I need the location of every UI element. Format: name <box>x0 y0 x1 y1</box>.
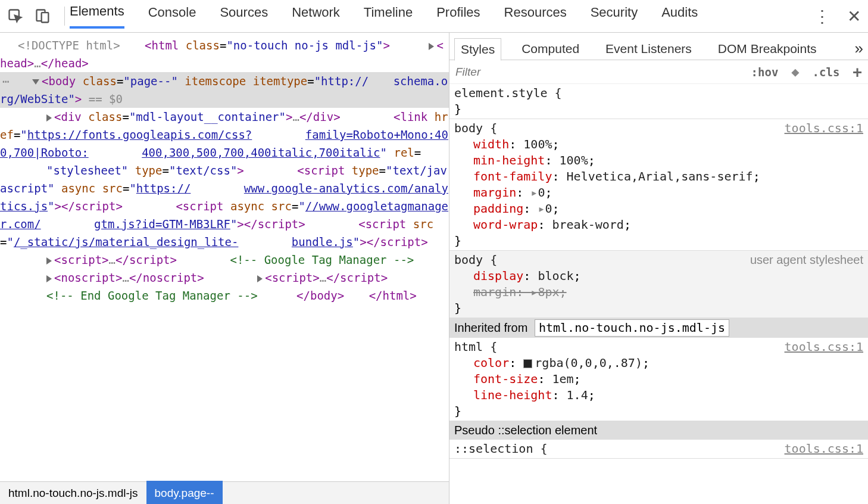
html-open-node[interactable]: <html class="no-touch no-js mdl-js"> <box>127 39 390 52</box>
expand-icon[interactable] <box>46 275 52 282</box>
rule-body[interactable]: body {tools.css:1 width: 100%; min-heigh… <box>449 119 868 251</box>
doctype-node: <!DOCTYPE html> <box>18 39 120 52</box>
tab-sources[interactable]: Sources <box>220 5 268 27</box>
styles-rules[interactable]: element.style { } body {tools.css:1 widt… <box>449 84 868 504</box>
main-area: <!DOCTYPE html> <html class="no-touch no… <box>0 33 868 504</box>
script-collapsed-1[interactable]: <script>…</script> <box>0 253 177 266</box>
tab-audits[interactable]: Audits <box>661 5 698 27</box>
event-listeners-tab[interactable]: Event Listeners <box>600 38 698 60</box>
styles-tabstrip: Styles Computed Event Listeners DOM Brea… <box>449 33 868 60</box>
styles-filter-row: :hov ◆ .cls + <box>449 60 868 84</box>
tab-resources[interactable]: Resources <box>504 5 567 27</box>
styles-filter-input[interactable] <box>455 66 598 79</box>
panel-tabs: Elements Console Sources Network Timelin… <box>70 4 698 29</box>
expand-icon[interactable] <box>429 43 434 50</box>
comment-gtm-end: <!-- End Google Tag Manager --> <box>46 289 258 302</box>
rule-selection[interactable]: ::selection {tools.css:1 <box>449 440 868 459</box>
source-link[interactable]: tools.css:1 <box>785 441 863 457</box>
styles-sidebar: Styles Computed Event Listeners DOM Brea… <box>449 33 868 504</box>
source-link[interactable]: tools.css:1 <box>785 120 863 136</box>
html-close-node[interactable]: </html> <box>351 289 417 302</box>
expand-icon[interactable] <box>46 114 52 122</box>
close-icon[interactable]: ✕ <box>847 7 861 26</box>
styles-tab[interactable]: Styles <box>454 38 501 61</box>
rule-html[interactable]: html {tools.css:1 color: rgba(0,0,0,.87)… <box>449 338 868 421</box>
inherited-chip[interactable]: html.no-touch.no-js.mdl-js <box>535 319 729 337</box>
comment-gtm-start: <!-- Google Tag Manager --> <box>230 253 414 266</box>
source-link[interactable]: tools.css:1 <box>785 339 863 355</box>
expand-icon[interactable] <box>257 275 263 282</box>
computed-tab[interactable]: Computed <box>516 38 585 60</box>
new-rule-icon[interactable]: + <box>853 63 862 81</box>
expand-icon[interactable] <box>46 257 52 265</box>
elements-tree[interactable]: <!DOCTYPE html> <html class="no-touch no… <box>0 33 449 504</box>
tab-elements[interactable]: Elements <box>70 4 124 29</box>
tab-network[interactable]: Network <box>292 5 340 27</box>
console-ref: == $0 <box>89 92 123 105</box>
pseudo-selection-header: Pseudo ::selection element <box>449 421 868 440</box>
tab-security[interactable]: Security <box>591 5 638 27</box>
cls-toggle[interactable]: .cls <box>813 66 840 79</box>
dom-breadcrumb: html.no-touch.no-js.mdl-js body.page-- <box>0 481 449 504</box>
tab-console[interactable]: Console <box>148 5 196 27</box>
ua-source: user agent stylesheet <box>750 252 863 268</box>
tab-profiles[interactable]: Profiles <box>436 5 480 27</box>
body-close-node[interactable]: </body> <box>264 289 344 302</box>
inspect-icon[interactable] <box>7 8 24 24</box>
diamond-icon[interactable]: ◆ <box>791 64 799 79</box>
rule-element-style[interactable]: element.style { } <box>449 84 868 119</box>
inherited-from-header: Inherited from html.no-touch.no-js.mdl-j… <box>449 318 868 338</box>
crumb-html[interactable]: html.no-touch.no-js.mdl-js <box>0 481 146 505</box>
toolbar-divider <box>64 7 65 26</box>
device-mode-icon[interactable] <box>35 8 51 24</box>
devtools-toolbar: Elements Console Sources Network Timelin… <box>0 0 868 33</box>
noscript-collapsed[interactable]: <noscript>…</noscript> <box>0 271 204 284</box>
crumb-body[interactable]: body.page-- <box>146 481 223 505</box>
more-tabs-icon[interactable]: » <box>855 39 863 58</box>
color-swatch[interactable] <box>523 359 532 368</box>
body-node-selected[interactable]: <body class="page--" itemscope itemtype=… <box>0 72 449 108</box>
tab-timeline[interactable]: Timeline <box>364 5 413 27</box>
div-container-node[interactable]: <div class="mdl-layout__container">…</di… <box>0 110 341 123</box>
kebab-menu-icon[interactable]: ⋮ <box>814 7 830 26</box>
collapse-icon[interactable] <box>32 79 39 85</box>
hov-toggle[interactable]: :hov <box>751 66 779 79</box>
rule-body-ua[interactable]: body {user agent stylesheet display: blo… <box>449 251 868 318</box>
dom-breakpoints-tab[interactable]: DOM Breakpoints <box>712 38 823 60</box>
script-collapsed-2[interactable]: <script>…</script> <box>211 271 388 284</box>
svg-rect-2 <box>42 13 49 22</box>
